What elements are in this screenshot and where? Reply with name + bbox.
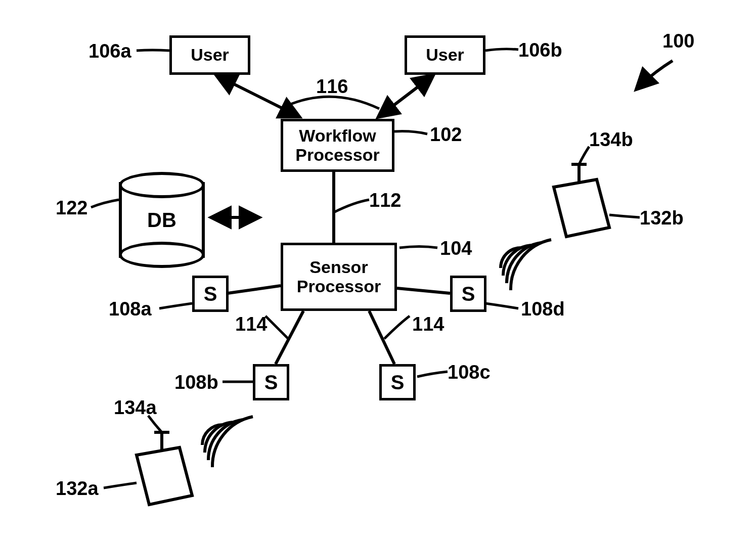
ref-114-right: 114 xyxy=(412,313,444,335)
db-cylinder: DB xyxy=(119,172,205,268)
ref-122: 122 xyxy=(56,197,87,219)
workflow-processor-box: Workflow Processor xyxy=(281,119,394,172)
sensor-c-box: S xyxy=(379,364,416,400)
ref-102: 102 xyxy=(430,124,462,146)
svg-line-6 xyxy=(397,288,450,293)
diagram-canvas: User User Workflow Processor Sensor Proc… xyxy=(0,0,756,539)
db-label: DB xyxy=(119,172,205,268)
ref-108d: 108d xyxy=(521,298,565,320)
user-a-label: User xyxy=(191,46,229,64)
svg-line-5 xyxy=(369,311,394,364)
sensor-d-label: S xyxy=(462,283,475,305)
sensor-b-label: S xyxy=(264,371,278,394)
svg-line-0 xyxy=(217,76,298,116)
ref-106b: 106b xyxy=(518,39,562,61)
ref-108a: 108a xyxy=(109,298,152,320)
sensor-c-label: S xyxy=(391,371,405,394)
rfid-tag-b xyxy=(501,147,640,290)
ref-132a: 132a xyxy=(56,478,99,500)
sensor-a-box: S xyxy=(192,276,229,312)
ref-134a: 134a xyxy=(114,397,157,419)
ref-104: 104 xyxy=(440,238,472,259)
ref-134b: 134b xyxy=(589,129,633,151)
ref-100: 100 xyxy=(662,30,694,52)
sensor-b-box: S xyxy=(253,364,289,400)
user-b-label: User xyxy=(426,46,464,64)
user-b-box: User xyxy=(405,35,485,75)
user-a-box: User xyxy=(169,35,250,75)
sensor-processor-label: Sensor Processor xyxy=(297,258,381,296)
ref-114-left: 114 xyxy=(235,313,267,335)
ref-132b: 132b xyxy=(640,207,684,229)
svg-line-3 xyxy=(228,286,281,293)
ref-108c: 108c xyxy=(448,362,491,383)
ref-106a: 106a xyxy=(88,40,131,62)
workflow-processor-label: Workflow Processor xyxy=(295,126,379,164)
sensor-processor-box: Sensor Processor xyxy=(281,243,397,311)
svg-line-1 xyxy=(379,76,432,116)
ref-116: 116 xyxy=(316,76,348,98)
rfid-tag-a xyxy=(104,416,253,505)
sensor-d-box: S xyxy=(450,276,486,312)
svg-line-4 xyxy=(276,311,303,364)
ref-108b: 108b xyxy=(174,372,218,393)
ref-112: 112 xyxy=(369,190,401,211)
sensor-a-label: S xyxy=(204,283,217,305)
